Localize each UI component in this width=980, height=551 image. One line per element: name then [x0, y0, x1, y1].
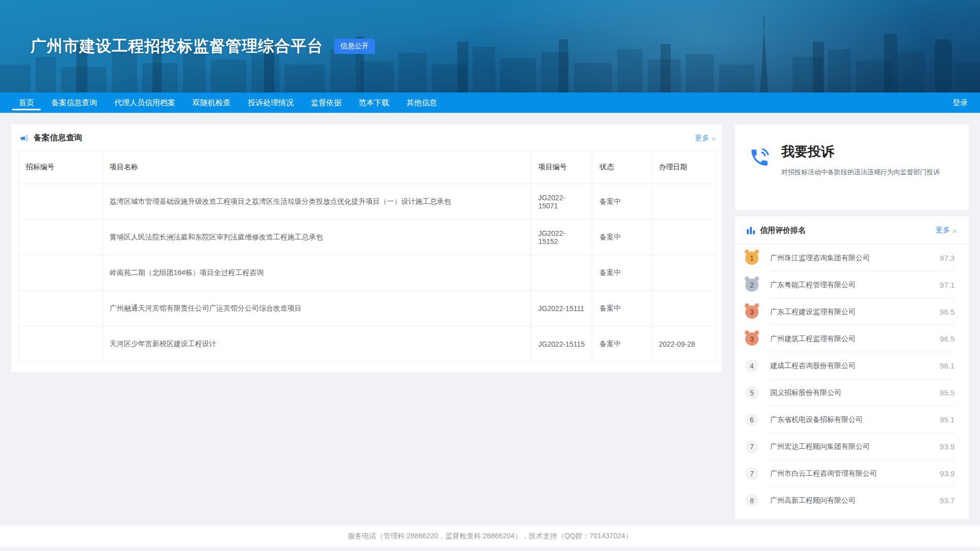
- rank-company-name: 广州珠江监理咨询集团有限公司: [770, 254, 870, 263]
- col-bid-number: 招标编号: [19, 151, 103, 184]
- rank-badge: 8: [745, 494, 758, 507]
- nav-item-record-query[interactable]: 备案信息查询: [51, 93, 97, 113]
- hero-header: 广州市建设工程招投标监督管理综合平台 信息公开: [0, 0, 980, 93]
- rank-badge: 2: [745, 279, 758, 292]
- col-handle-date: 办理日期: [651, 151, 715, 184]
- table-row: 岭南苑二期（北组团16#栋）项目全过程工程咨询 备案中: [19, 255, 716, 291]
- handle-date-cell: [651, 255, 715, 291]
- page-title: 广州市建设工程招投标监督管理综合平台: [30, 36, 323, 57]
- records-panel: 备案信息查询 更多 » 招标编号 项目名称 项目编号 状态 办理日期: [11, 125, 722, 372]
- status-cell: 备案中: [592, 255, 652, 291]
- table-row: 黄埔区人民法院长洲法庭和东院区审判法庭维修改造工程施工总承包 JG2022-15…: [19, 220, 716, 255]
- hero-content: 广州市建设工程招投标监督管理综合平台 信息公开: [0, 0, 980, 93]
- records-table: 招标编号 项目名称 项目编号 状态 办理日期 荔湾区城市管理基础设施升级改造工程…: [18, 150, 716, 362]
- megaphone-icon: [20, 134, 29, 143]
- records-more-link[interactable]: 更多 »: [695, 134, 716, 143]
- rank-company-name: 广州建筑工程监理有限公司: [770, 334, 856, 344]
- col-project-name: 项目名称: [102, 151, 531, 184]
- ranking-row: 1 广州珠江监理咨询集团有限公司 97.3: [735, 244, 969, 271]
- rank-company-name: 建成工程咨询股份有限公司: [770, 361, 856, 371]
- table-row: 广州融通天河宾馆有限责任公司广运宾馆分公司综合改造项目 JG2022-15111…: [19, 291, 716, 326]
- nav-item-supervision-basis[interactable]: 监督依据: [311, 93, 341, 113]
- more-label: 更多: [936, 226, 950, 235]
- nav-item-random-inspection[interactable]: 双随机检查: [193, 93, 231, 113]
- project-name-cell[interactable]: 岭南苑二期（北组团16#栋）项目全过程工程咨询: [102, 255, 531, 291]
- nav-list: 首页 备案信息查询 代理人员信用档案 双随机检查 投诉处理情况 监督依据 范本下…: [10, 93, 446, 113]
- ranking-row: 7 广州市白云工程咨询管理有限公司 93.9: [735, 460, 969, 487]
- rank-company-name: 广东工程建设监理有限公司: [770, 308, 856, 317]
- project-name-cell[interactable]: 荔湾区城市管理基础设施升级改造工程项目之荔湾区生活垃圾分类投放点优化提升项目（一…: [102, 184, 531, 220]
- project-number-cell: JG2022-15115: [531, 326, 592, 362]
- login-link[interactable]: 登录: [953, 98, 968, 108]
- rank-badge: 3: [745, 332, 758, 346]
- ranking-more-link[interactable]: 更多 »: [936, 226, 957, 235]
- nav-item-agent-credit[interactable]: 代理人员信用档案: [114, 93, 175, 113]
- rank-badge: 1: [745, 252, 758, 265]
- handle-date-cell: [651, 291, 715, 326]
- nav-item-complaint-handling[interactable]: 投诉处理情况: [248, 93, 294, 113]
- rank-score: 96.5: [940, 334, 955, 343]
- bid-number-cell: [19, 184, 103, 220]
- project-number-cell: [531, 255, 592, 291]
- rank-score: 97.3: [940, 254, 955, 262]
- table-row: 天河区少年宫新校区建设工程设计 JG2022-15115 备案中 2022-09…: [19, 326, 716, 362]
- table-row: 荔湾区城市管理基础设施升级改造工程项目之荔湾区生活垃圾分类投放点优化提升项目（一…: [19, 184, 716, 220]
- project-number-cell: JG2022-15152: [531, 220, 592, 255]
- rank-company-name: 国义招标股份有限公司: [770, 388, 841, 397]
- handle-date-cell: [651, 184, 715, 220]
- status-cell: 备案中: [592, 291, 652, 326]
- double-chevron-icon: »: [953, 226, 957, 235]
- rank-badge: 6: [745, 413, 758, 426]
- rank-score: 97.1: [940, 281, 955, 289]
- table-header-row: 招标编号 项目名称 项目编号 状态 办理日期: [19, 151, 716, 184]
- complaint-panel[interactable]: 我要投诉 对招投标活动中各阶段的违法违规行为向监督部门投诉: [735, 125, 969, 210]
- rank-score: 96.5: [940, 308, 955, 316]
- status-cell: 备案中: [592, 184, 652, 220]
- rank-company-name: 广州宏达工程顾问集团有限公司: [770, 442, 870, 451]
- project-name-cell[interactable]: 黄埔区人民法院长洲法庭和东院区审判法庭维修改造工程施工总承包: [102, 220, 531, 255]
- records-panel-title: 备案信息查询: [34, 133, 82, 143]
- ranking-row: 3 广东工程建设监理有限公司 96.5: [735, 298, 969, 325]
- ranking-panel-header: 信用评价排名 更多 »: [735, 217, 969, 244]
- rank-score: 95.1: [940, 415, 955, 424]
- ranking-row: 2 广东粤能工程管理有限公司 97.1: [735, 271, 969, 298]
- ranking-row: 4 建成工程咨询股份有限公司 96.1: [735, 352, 969, 379]
- rank-score: 95.5: [940, 388, 955, 397]
- bid-number-cell: [19, 326, 103, 362]
- main-nav: 首页 备案信息查询 代理人员信用档案 双随机检查 投诉处理情况 监督依据 范本下…: [0, 93, 980, 113]
- ranking-panel: 信用评价排名 更多 » 1 广州珠江监理咨询集团有限公司 97.3 2 广东粤能…: [735, 217, 969, 519]
- rank-score: 93.7: [940, 496, 955, 505]
- rank-score: 93.9: [940, 469, 955, 478]
- sidebar: 我要投诉 对招投标活动中各阶段的违法违规行为向监督部门投诉 信用评价排名 更多 …: [735, 125, 969, 519]
- rank-score: 93.9: [940, 442, 955, 451]
- nav-item-template-download[interactable]: 范本下载: [359, 93, 389, 113]
- col-status: 状态: [592, 151, 652, 184]
- col-project-number: 项目编号: [531, 151, 592, 184]
- page: 广州市建设工程招投标监督管理综合平台 信息公开 首页 备案信息查询 代理人员信用…: [0, 0, 980, 551]
- nav-item-home[interactable]: 首页: [19, 93, 34, 113]
- complaint-title[interactable]: 我要投诉: [781, 143, 940, 161]
- rank-score: 96.1: [940, 361, 955, 370]
- handle-date-cell: [651, 220, 715, 255]
- project-name-cell[interactable]: 天河区少年宫新校区建设工程设计: [102, 326, 531, 362]
- bid-number-cell: [19, 220, 103, 255]
- project-number-cell: JG2022-15111: [531, 291, 592, 326]
- project-number-cell: JG2022-15071: [531, 184, 592, 220]
- ranking-row: 5 国义招标股份有限公司 95.5: [735, 379, 969, 406]
- info-disclosure-badge[interactable]: 信息公开: [334, 39, 375, 54]
- bid-number-cell: [19, 291, 103, 326]
- footer-contact-text: 服务电话（管理科:28866220，监督检查科:28866204），技术支持（Q…: [347, 532, 632, 541]
- ranking-panel-title: 信用评价排名: [760, 226, 806, 235]
- rank-badge: 5: [745, 386, 758, 400]
- rank-badge: 7: [745, 467, 758, 480]
- phone-icon: [749, 147, 770, 168]
- rank-badge: 7: [745, 440, 758, 453]
- nav-item-other-info[interactable]: 其他信息: [406, 93, 437, 113]
- handle-date-cell: 2022-09-28: [651, 326, 715, 362]
- more-label: 更多: [695, 134, 709, 143]
- complaint-description: 对招投标活动中各阶段的违法违规行为向监督部门投诉: [781, 167, 940, 178]
- page-footer: 服务电话（管理科:28866220，监督检查科:28866204），技术支持（Q…: [0, 526, 980, 547]
- project-name-cell[interactable]: 广州融通天河宾馆有限责任公司广运宾馆分公司综合改造项目: [102, 291, 531, 326]
- ranking-row: 3 广州建筑工程监理有限公司 96.5: [735, 325, 969, 352]
- rank-badge: 4: [745, 359, 758, 373]
